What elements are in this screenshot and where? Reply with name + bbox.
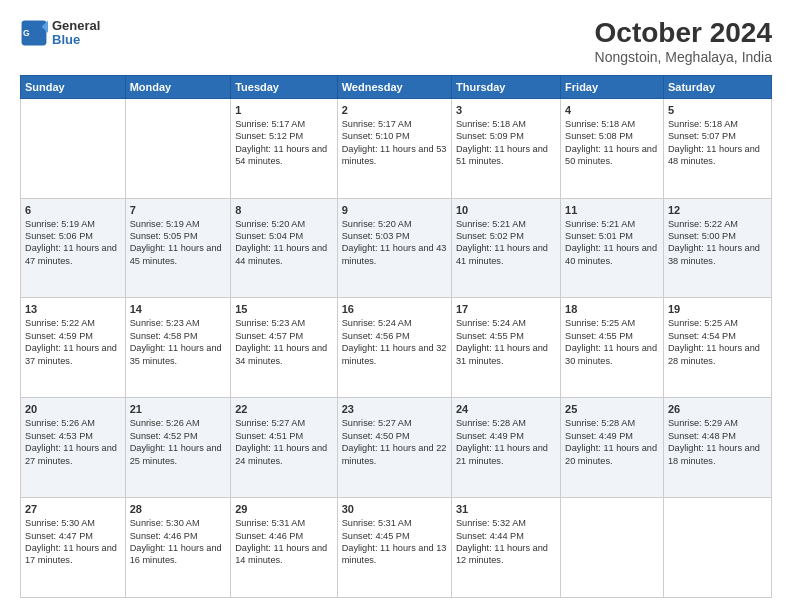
calendar-cell: 7Sunrise: 5:19 AMSunset: 5:05 PMDaylight… [125, 198, 231, 298]
day-number: 23 [342, 403, 447, 415]
day-number: 15 [235, 303, 333, 315]
cell-content: Sunrise: 5:20 AMSunset: 5:03 PMDaylight:… [342, 218, 447, 268]
cell-content: Sunrise: 5:28 AMSunset: 4:49 PMDaylight:… [565, 417, 659, 467]
cell-content: Sunrise: 5:25 AMSunset: 4:55 PMDaylight:… [565, 317, 659, 367]
logo: G General Blue [20, 18, 100, 47]
calendar-cell: 25Sunrise: 5:28 AMSunset: 4:49 PMDayligh… [561, 398, 664, 498]
week-row-1: 1Sunrise: 5:17 AMSunset: 5:12 PMDaylight… [21, 98, 772, 198]
day-number: 22 [235, 403, 333, 415]
day-number: 30 [342, 503, 447, 515]
col-header-sunday: Sunday [21, 75, 126, 98]
calendar-cell: 29Sunrise: 5:31 AMSunset: 4:46 PMDayligh… [231, 498, 338, 598]
cell-content: Sunrise: 5:27 AMSunset: 4:50 PMDaylight:… [342, 417, 447, 467]
day-number: 19 [668, 303, 767, 315]
page: G General Blue October 2024 Nongstoin, M… [0, 0, 792, 612]
cell-content: Sunrise: 5:32 AMSunset: 4:44 PMDaylight:… [456, 517, 556, 567]
day-number: 2 [342, 104, 447, 116]
col-header-monday: Monday [125, 75, 231, 98]
calendar-cell [125, 98, 231, 198]
calendar-cell: 20Sunrise: 5:26 AMSunset: 4:53 PMDayligh… [21, 398, 126, 498]
calendar-cell: 30Sunrise: 5:31 AMSunset: 4:45 PMDayligh… [337, 498, 451, 598]
cell-content: Sunrise: 5:22 AMSunset: 4:59 PMDaylight:… [25, 317, 121, 367]
calendar-cell: 16Sunrise: 5:24 AMSunset: 4:56 PMDayligh… [337, 298, 451, 398]
day-number: 16 [342, 303, 447, 315]
main-title: October 2024 [595, 18, 772, 49]
cell-content: Sunrise: 5:23 AMSunset: 4:58 PMDaylight:… [130, 317, 227, 367]
calendar-cell: 13Sunrise: 5:22 AMSunset: 4:59 PMDayligh… [21, 298, 126, 398]
calendar-cell: 31Sunrise: 5:32 AMSunset: 4:44 PMDayligh… [451, 498, 560, 598]
calendar-cell: 11Sunrise: 5:21 AMSunset: 5:01 PMDayligh… [561, 198, 664, 298]
cell-content: Sunrise: 5:21 AMSunset: 5:01 PMDaylight:… [565, 218, 659, 268]
calendar-cell [663, 498, 771, 598]
cell-content: Sunrise: 5:18 AMSunset: 5:07 PMDaylight:… [668, 118, 767, 168]
calendar-header-row: SundayMondayTuesdayWednesdayThursdayFrid… [21, 75, 772, 98]
day-number: 8 [235, 204, 333, 216]
col-header-friday: Friday [561, 75, 664, 98]
day-number: 27 [25, 503, 121, 515]
day-number: 10 [456, 204, 556, 216]
svg-text:G: G [23, 28, 30, 38]
day-number: 9 [342, 204, 447, 216]
day-number: 17 [456, 303, 556, 315]
cell-content: Sunrise: 5:29 AMSunset: 4:48 PMDaylight:… [668, 417, 767, 467]
col-header-wednesday: Wednesday [337, 75, 451, 98]
calendar-cell: 19Sunrise: 5:25 AMSunset: 4:54 PMDayligh… [663, 298, 771, 398]
calendar-cell: 21Sunrise: 5:26 AMSunset: 4:52 PMDayligh… [125, 398, 231, 498]
day-number: 11 [565, 204, 659, 216]
cell-content: Sunrise: 5:23 AMSunset: 4:57 PMDaylight:… [235, 317, 333, 367]
day-number: 12 [668, 204, 767, 216]
calendar-cell: 24Sunrise: 5:28 AMSunset: 4:49 PMDayligh… [451, 398, 560, 498]
cell-content: Sunrise: 5:18 AMSunset: 5:09 PMDaylight:… [456, 118, 556, 168]
cell-content: Sunrise: 5:26 AMSunset: 4:53 PMDaylight:… [25, 417, 121, 467]
col-header-saturday: Saturday [663, 75, 771, 98]
cell-content: Sunrise: 5:30 AMSunset: 4:47 PMDaylight:… [25, 517, 121, 567]
cell-content: Sunrise: 5:31 AMSunset: 4:45 PMDaylight:… [342, 517, 447, 567]
day-number: 7 [130, 204, 227, 216]
day-number: 28 [130, 503, 227, 515]
title-block: October 2024 Nongstoin, Meghalaya, India [595, 18, 772, 65]
logo-icon: G [20, 19, 48, 47]
day-number: 14 [130, 303, 227, 315]
cell-content: Sunrise: 5:17 AMSunset: 5:10 PMDaylight:… [342, 118, 447, 168]
cell-content: Sunrise: 5:19 AMSunset: 5:06 PMDaylight:… [25, 218, 121, 268]
cell-content: Sunrise: 5:20 AMSunset: 5:04 PMDaylight:… [235, 218, 333, 268]
col-header-thursday: Thursday [451, 75, 560, 98]
calendar-cell: 15Sunrise: 5:23 AMSunset: 4:57 PMDayligh… [231, 298, 338, 398]
calendar-cell: 12Sunrise: 5:22 AMSunset: 5:00 PMDayligh… [663, 198, 771, 298]
calendar-cell: 23Sunrise: 5:27 AMSunset: 4:50 PMDayligh… [337, 398, 451, 498]
calendar-cell: 14Sunrise: 5:23 AMSunset: 4:58 PMDayligh… [125, 298, 231, 398]
calendar-cell: 4Sunrise: 5:18 AMSunset: 5:08 PMDaylight… [561, 98, 664, 198]
logo-text: General Blue [52, 18, 100, 47]
day-number: 4 [565, 104, 659, 116]
calendar-cell: 26Sunrise: 5:29 AMSunset: 4:48 PMDayligh… [663, 398, 771, 498]
calendar-cell: 9Sunrise: 5:20 AMSunset: 5:03 PMDaylight… [337, 198, 451, 298]
day-number: 13 [25, 303, 121, 315]
calendar-cell: 27Sunrise: 5:30 AMSunset: 4:47 PMDayligh… [21, 498, 126, 598]
calendar-cell: 3Sunrise: 5:18 AMSunset: 5:09 PMDaylight… [451, 98, 560, 198]
day-number: 20 [25, 403, 121, 415]
cell-content: Sunrise: 5:27 AMSunset: 4:51 PMDaylight:… [235, 417, 333, 467]
calendar-cell: 18Sunrise: 5:25 AMSunset: 4:55 PMDayligh… [561, 298, 664, 398]
week-row-3: 13Sunrise: 5:22 AMSunset: 4:59 PMDayligh… [21, 298, 772, 398]
day-number: 6 [25, 204, 121, 216]
cell-content: Sunrise: 5:22 AMSunset: 5:00 PMDaylight:… [668, 218, 767, 268]
calendar-cell: 10Sunrise: 5:21 AMSunset: 5:02 PMDayligh… [451, 198, 560, 298]
cell-content: Sunrise: 5:30 AMSunset: 4:46 PMDaylight:… [130, 517, 227, 567]
calendar-cell: 28Sunrise: 5:30 AMSunset: 4:46 PMDayligh… [125, 498, 231, 598]
cell-content: Sunrise: 5:17 AMSunset: 5:12 PMDaylight:… [235, 118, 333, 168]
day-number: 24 [456, 403, 556, 415]
col-header-tuesday: Tuesday [231, 75, 338, 98]
week-row-2: 6Sunrise: 5:19 AMSunset: 5:06 PMDaylight… [21, 198, 772, 298]
logo-line2: Blue [52, 32, 100, 48]
day-number: 29 [235, 503, 333, 515]
day-number: 5 [668, 104, 767, 116]
calendar-cell [561, 498, 664, 598]
cell-content: Sunrise: 5:28 AMSunset: 4:49 PMDaylight:… [456, 417, 556, 467]
cell-content: Sunrise: 5:24 AMSunset: 4:56 PMDaylight:… [342, 317, 447, 367]
day-number: 1 [235, 104, 333, 116]
cell-content: Sunrise: 5:19 AMSunset: 5:05 PMDaylight:… [130, 218, 227, 268]
calendar-cell: 22Sunrise: 5:27 AMSunset: 4:51 PMDayligh… [231, 398, 338, 498]
subtitle: Nongstoin, Meghalaya, India [595, 49, 772, 65]
week-row-4: 20Sunrise: 5:26 AMSunset: 4:53 PMDayligh… [21, 398, 772, 498]
calendar-cell: 5Sunrise: 5:18 AMSunset: 5:07 PMDaylight… [663, 98, 771, 198]
